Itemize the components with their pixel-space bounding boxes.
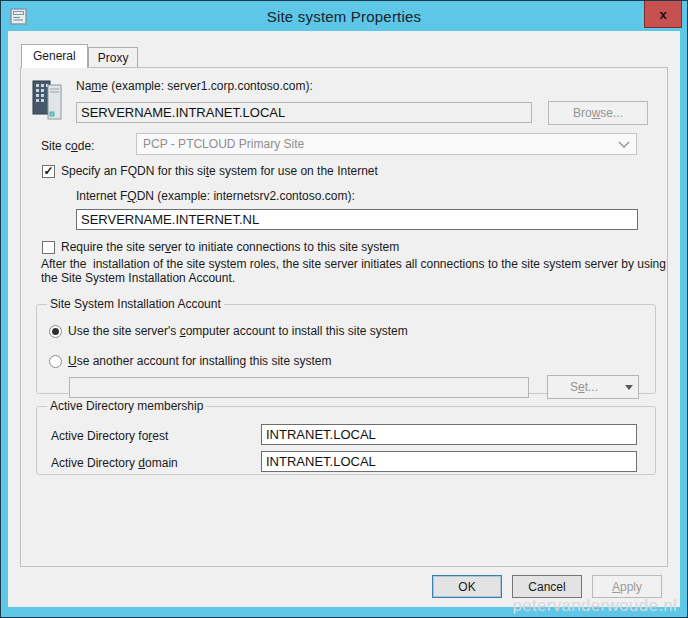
watermark-text: petervanderwoude.nl [513, 596, 677, 616]
radio-unselected-icon[interactable] [49, 355, 62, 368]
site-code-dropdown[interactable]: PCP - PTCLOUD Primary Site [136, 133, 637, 155]
dialog-body: General Proxy Name (example: server1.cor… [8, 31, 680, 607]
tab-strip: General Proxy [21, 44, 138, 67]
window-title: Site system Properties [267, 8, 421, 25]
name-label: Name (example: server1.corp.contoso.com)… [76, 79, 313, 93]
internet-fqdn-label: Internet FQDN (example: internetsrv2.con… [76, 189, 355, 203]
triangle-down-icon [625, 385, 633, 390]
internet-fqdn-input[interactable] [76, 209, 638, 230]
tab-general[interactable]: General [21, 44, 88, 68]
site-code-label: Site code: [41, 139, 94, 153]
radio-computer-account-row[interactable]: Use the site server's computer account t… [49, 324, 408, 338]
set-dropdown-arrow[interactable] [620, 385, 638, 390]
ad-domain-label: Active Directory domain [51, 456, 178, 470]
radio-computer-account-label: Use the site server's computer account t… [68, 324, 408, 338]
ad-group-legend: Active Directory membership [47, 399, 206, 413]
cancel-button[interactable]: Cancel [512, 575, 582, 598]
site-system-properties-window: Site system Properties x General Proxy [0, 0, 688, 618]
active-directory-membership-group: Active Directory membership Active Direc… [36, 399, 656, 475]
browse-button[interactable]: Browse... [548, 101, 648, 125]
site-code-value: PCP - PTCLOUD Primary Site [143, 137, 618, 151]
require-site-server-checkbox-row[interactable]: Require the site server to initiate conn… [42, 240, 399, 254]
titlebar: Site system Properties x [1, 1, 687, 31]
checkbox-unchecked-icon[interactable] [42, 241, 55, 254]
checkbox-checked-icon[interactable]: ✓ [42, 165, 55, 178]
site-system-server-icon [31, 73, 67, 121]
set-button-label: Set... [548, 380, 620, 394]
tab-proxy[interactable]: Proxy [88, 47, 139, 67]
specify-fqdn-label: Specify an FQDN for this site system for… [61, 164, 378, 178]
site-system-installation-account-group: Site System Installation Account Use the… [36, 297, 656, 394]
apply-button[interactable]: Apply [592, 575, 662, 598]
ok-button[interactable]: OK [432, 575, 502, 598]
close-button[interactable]: x [644, 1, 682, 28]
ad-domain-input[interactable] [261, 451, 637, 472]
installation-info-text: After the installation of the site syste… [41, 257, 669, 285]
radio-another-account-label: Use another account for installing this … [68, 354, 331, 368]
tab-page-general: Name (example: server1.corp.contoso.com)… [20, 67, 668, 567]
set-button[interactable]: Set... [547, 375, 639, 399]
footer-button-row: OK Cancel Apply [432, 575, 662, 598]
ad-forest-input[interactable] [261, 424, 637, 445]
window-icon [10, 8, 27, 25]
installation-group-legend: Site System Installation Account [47, 297, 224, 311]
close-icon: x [659, 7, 666, 22]
account-input[interactable] [69, 377, 529, 398]
specify-fqdn-checkbox-row[interactable]: ✓ Specify an FQDN for this site system f… [42, 164, 378, 178]
radio-selected-icon[interactable] [49, 325, 62, 338]
chevron-down-icon [618, 141, 630, 148]
radio-another-account-row[interactable]: Use another account for installing this … [49, 354, 331, 368]
name-input[interactable] [76, 102, 532, 123]
ad-forest-label: Active Directory forest [51, 429, 168, 443]
require-site-server-label: Require the site server to initiate conn… [61, 240, 399, 254]
